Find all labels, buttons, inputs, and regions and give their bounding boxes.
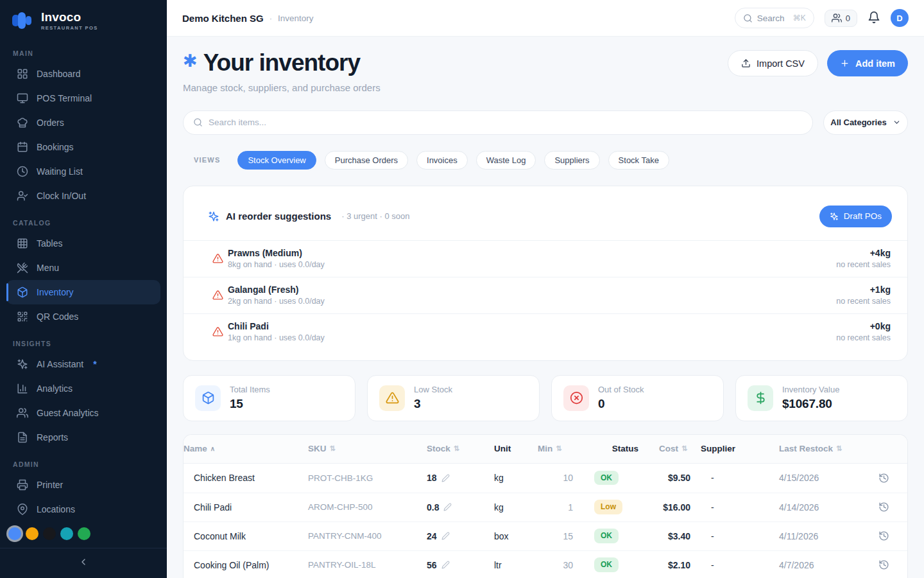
col-unit: Unit bbox=[494, 444, 538, 453]
table-row[interactable]: Coconut Milk PANTRY-CNM-400 24 box 15 OK… bbox=[184, 521, 907, 550]
search-icon bbox=[743, 13, 753, 23]
suggestion-note: no recent sales bbox=[836, 333, 891, 342]
table-row[interactable]: Chicken Breast PROT-CHB-1KG 18 kg 10 OK … bbox=[184, 464, 907, 493]
monitor-icon bbox=[17, 92, 28, 104]
history-icon bbox=[878, 530, 889, 541]
views-label: VIEWS bbox=[194, 156, 220, 164]
sidebar-item-orders[interactable]: Orders bbox=[6, 110, 160, 135]
online-users-button[interactable]: 0 bbox=[825, 10, 857, 27]
printer-icon bbox=[17, 479, 28, 491]
item-min: 30 bbox=[538, 560, 594, 570]
import-csv-button[interactable]: Import CSV bbox=[728, 50, 818, 76]
history-button[interactable] bbox=[878, 473, 889, 484]
avatar[interactable]: D bbox=[891, 9, 909, 27]
stock-cell[interactable]: 18 bbox=[427, 473, 494, 483]
item-min: 1 bbox=[538, 502, 594, 512]
stats-cards: Total Items 15 Low Stock 3 Out of Stock … bbox=[183, 375, 908, 421]
tab-waste-log[interactable]: Waste Log bbox=[476, 151, 536, 170]
theme-dot-black[interactable] bbox=[43, 527, 56, 540]
add-item-button[interactable]: Add item bbox=[827, 50, 908, 76]
alert-triangle-icon bbox=[212, 326, 223, 337]
category-select[interactable]: All Categories bbox=[823, 110, 908, 135]
sort-icon bbox=[681, 445, 687, 452]
items-search-input[interactable] bbox=[209, 118, 803, 127]
tab-stock-take[interactable]: Stock Take bbox=[608, 151, 669, 170]
theme-dot-teal[interactable] bbox=[60, 527, 73, 540]
theme-picker bbox=[0, 527, 167, 540]
tab-suppliers[interactable]: Suppliers bbox=[544, 151, 599, 170]
theme-dot-green[interactable] bbox=[78, 527, 90, 540]
sidebar-item-qr-codes[interactable]: QR Codes bbox=[6, 304, 160, 329]
col-stock[interactable]: Stock bbox=[427, 444, 494, 453]
sidebar-item-reports[interactable]: Reports bbox=[6, 425, 160, 450]
sidebar-item-guest-analytics[interactable]: Guest Analytics bbox=[6, 401, 160, 425]
sidebar-item-clock-in-out[interactable]: Clock In/Out bbox=[6, 184, 160, 208]
col-last-restock[interactable]: Last Restock bbox=[779, 444, 860, 453]
draft-pos-button[interactable]: Draft POs bbox=[819, 206, 892, 227]
stock-cell[interactable]: 56 bbox=[427, 560, 494, 570]
collapse-sidebar-button[interactable] bbox=[78, 557, 89, 569]
sidebar-item-dashboard[interactable]: Dashboard bbox=[6, 62, 160, 86]
item-unit: ltr bbox=[494, 560, 538, 570]
item-name: Coconut Milk bbox=[184, 531, 308, 541]
col-min[interactable]: Min bbox=[538, 444, 594, 453]
item-supplier: - bbox=[701, 531, 779, 541]
col-name[interactable]: Name bbox=[184, 444, 308, 453]
sidebar-item-pos-terminal[interactable]: POS Terminal bbox=[6, 86, 160, 110]
user-check-icon bbox=[17, 190, 28, 202]
history-button[interactable] bbox=[878, 530, 889, 541]
location-name: Demo Kitchen SG bbox=[182, 13, 264, 24]
tab-stock-overview[interactable]: Stock Overview bbox=[237, 151, 316, 170]
history-button[interactable] bbox=[878, 502, 889, 512]
stock-cell[interactable]: 0.8 bbox=[427, 502, 494, 512]
inventory-page: ✱Your inventory Manage stock, suppliers,… bbox=[167, 37, 924, 578]
stat-label: Total Items bbox=[230, 385, 270, 394]
suggestion-note: no recent sales bbox=[836, 260, 891, 269]
table-row[interactable]: Cooking Oil (Palm) PANTRY-OIL-18L 56 ltr… bbox=[184, 550, 907, 578]
stat-label: Low Stock bbox=[414, 385, 452, 394]
sidebar-item-printer[interactable]: Printer bbox=[6, 473, 160, 497]
item-unit: box bbox=[494, 531, 538, 541]
notifications-button[interactable] bbox=[868, 11, 880, 26]
sidebar-item-label: Clock In/Out bbox=[37, 191, 86, 201]
reorder-suggestion-row[interactable]: Chili Padi 1kg on hand · uses 0.0/day +0… bbox=[184, 313, 907, 350]
sidebar-item-menu[interactable]: Menu bbox=[6, 256, 160, 280]
table-row[interactable]: Chili Padi AROM-CHP-500 0.8 kg 1 Low $16… bbox=[184, 493, 907, 521]
history-button[interactable] bbox=[878, 559, 889, 570]
theme-dot-orange[interactable] bbox=[26, 527, 38, 540]
view-tabs: Stock Overview Purchase Orders Invoices … bbox=[237, 151, 678, 170]
suggestion-detail: 8kg on hand · uses 0.0/day bbox=[228, 260, 325, 269]
sidebar-item-bookings[interactable]: Bookings bbox=[6, 135, 160, 159]
alert-triangle-icon bbox=[212, 253, 223, 264]
col-cost[interactable]: Cost bbox=[649, 444, 701, 453]
ai-panel-title: AI reorder suggestions bbox=[226, 211, 331, 222]
reorder-suggestion-row[interactable]: Prawns (Medium) 8kg on hand · uses 0.0/d… bbox=[184, 240, 907, 277]
sidebar-item-ai-assistant[interactable]: AI Assistant * bbox=[6, 352, 160, 376]
stat-card: Out of Stock 0 bbox=[551, 375, 724, 421]
sidebar-item-label: Printer bbox=[37, 480, 63, 490]
sidebar-item-locations[interactable]: Locations bbox=[6, 497, 160, 521]
stock-cell[interactable]: 24 bbox=[427, 531, 494, 541]
sidebar-item-analytics[interactable]: Analytics bbox=[6, 376, 160, 401]
table-icon bbox=[17, 238, 28, 249]
sidebar-item-label: Analytics bbox=[37, 383, 73, 394]
tab-invoices[interactable]: Invoices bbox=[416, 151, 468, 170]
tab-purchase-orders[interactable]: Purchase Orders bbox=[325, 151, 408, 170]
ai-reorder-panel: AI reorder suggestions · 3 urgent · 0 so… bbox=[183, 186, 908, 361]
col-supplier: Supplier bbox=[701, 444, 779, 453]
theme-dot-blue[interactable] bbox=[8, 527, 21, 540]
sidebar-item-inventory[interactable]: Inventory bbox=[6, 280, 160, 304]
sidebar-item-waiting-list[interactable]: Waiting List bbox=[6, 159, 160, 184]
pencil-icon bbox=[441, 561, 450, 569]
reorder-suggestion-row[interactable]: Galangal (Fresh) 2kg on hand · uses 0.0/… bbox=[184, 277, 907, 313]
sidebar-item-tables[interactable]: Tables bbox=[6, 231, 160, 256]
bar-chart-icon bbox=[17, 383, 28, 394]
global-search-button[interactable]: Search ⌘K bbox=[735, 8, 814, 28]
plus-icon bbox=[840, 58, 850, 68]
users-icon bbox=[832, 13, 842, 23]
col-sku[interactable]: SKU bbox=[308, 444, 427, 453]
upload-icon bbox=[741, 58, 751, 68]
suggestion-detail: 2kg on hand · uses 0.0/day bbox=[228, 297, 325, 306]
status-badge: OK bbox=[594, 557, 619, 572]
item-unit: kg bbox=[494, 473, 538, 483]
